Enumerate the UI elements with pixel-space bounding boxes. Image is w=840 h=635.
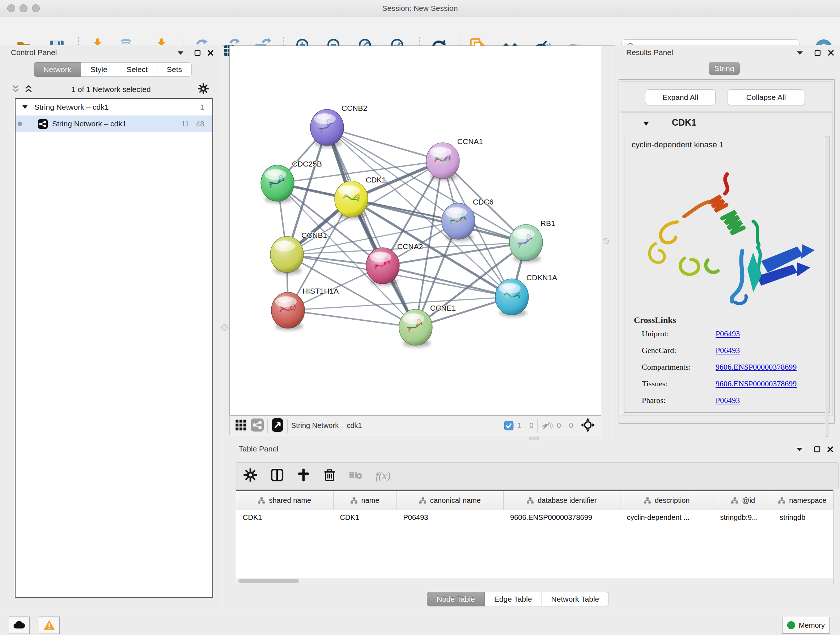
table-cell[interactable]: stringdb bbox=[773, 513, 833, 522]
node-CDKN1A[interactable] bbox=[495, 279, 529, 317]
window-title: Session: New Session bbox=[0, 4, 840, 13]
node-CCNE1[interactable] bbox=[399, 309, 432, 347]
table-options-button[interactable] bbox=[243, 468, 257, 484]
crosslink-label: Pharos: bbox=[642, 396, 666, 405]
close-panel-button[interactable] bbox=[206, 48, 215, 57]
scrollbar-thumb[interactable] bbox=[238, 579, 299, 583]
network-options-button[interactable] bbox=[197, 83, 209, 96]
fit-selected-button[interactable] bbox=[581, 418, 595, 434]
column-header-label: canonical name bbox=[430, 496, 481, 505]
crosslink-link[interactable]: P06493 bbox=[715, 346, 740, 355]
float-panel-button[interactable] bbox=[795, 48, 805, 57]
network-status-bar: String Network – cdk1 1 – 0 0 – 0 bbox=[229, 416, 601, 435]
main-toolbar: ? bbox=[0, 17, 840, 46]
memory-status-icon bbox=[787, 621, 795, 629]
splitter-handle[interactable] bbox=[529, 437, 539, 440]
birdseye-toggle-button[interactable] bbox=[235, 419, 247, 432]
column-header-shared-name[interactable]: shared name bbox=[236, 491, 333, 510]
tab-edge-table[interactable]: Edge Table bbox=[485, 592, 542, 606]
close-panel-button[interactable] bbox=[826, 48, 836, 57]
node-RB1[interactable] bbox=[509, 225, 543, 263]
cloud-button[interactable] bbox=[9, 616, 30, 634]
node-CDC25B[interactable] bbox=[261, 165, 294, 203]
node-CCNA2[interactable] bbox=[366, 248, 399, 286]
table-cell[interactable]: stringdb:9... bbox=[714, 513, 773, 522]
memory-button[interactable]: Memory bbox=[782, 617, 830, 633]
node-CDC6[interactable] bbox=[442, 203, 475, 241]
expand-all-button[interactable]: Expand All bbox=[645, 89, 715, 105]
maximize-panel-button[interactable] bbox=[813, 445, 822, 454]
table-cell[interactable]: 9606.ENSP00000378699 bbox=[504, 513, 621, 522]
table-panel-title: Table Panel bbox=[239, 445, 279, 453]
tab-style[interactable]: Style bbox=[81, 62, 117, 77]
node-table: shared namenamecanonical namedatabase id… bbox=[236, 489, 834, 584]
tab-string[interactable]: String bbox=[709, 62, 740, 75]
section-collapse-button[interactable] bbox=[643, 121, 649, 127]
column-header-namespace[interactable]: namespace bbox=[773, 491, 833, 510]
trash-icon bbox=[323, 468, 336, 482]
node-CCNA1[interactable] bbox=[426, 143, 459, 181]
network-overview-button[interactable] bbox=[251, 418, 264, 433]
crosslink-link[interactable]: P06493 bbox=[715, 396, 740, 405]
table-horizontal-scrollbar[interactable] bbox=[236, 578, 833, 584]
tab-node-table[interactable]: Node Table bbox=[427, 592, 485, 606]
column-type-icon bbox=[419, 497, 426, 504]
edge-CCNB2-CCNE1[interactable] bbox=[327, 127, 416, 327]
table-tabs: Node TableEdge TableNetwork Table bbox=[427, 592, 609, 606]
collapse-all-button[interactable]: Collapse All bbox=[727, 89, 805, 105]
table-cell[interactable]: CDK1 bbox=[236, 513, 333, 522]
crosslink-link[interactable]: P06493 bbox=[715, 329, 740, 339]
table-cell[interactable]: CDK1 bbox=[333, 513, 397, 522]
maximize-panel-button[interactable] bbox=[193, 48, 202, 57]
column-header-@id[interactable]: @id bbox=[714, 491, 773, 510]
application-window: Session: New Session bbox=[0, 0, 840, 635]
show-columns-button[interactable] bbox=[270, 468, 284, 484]
float-panel-button[interactable] bbox=[795, 445, 804, 454]
crosslink-link[interactable]: 9606.ENSP00000378699 bbox=[715, 379, 797, 388]
delete-column-button[interactable] bbox=[323, 468, 336, 483]
delete-table-icon bbox=[349, 469, 363, 481]
network-collection-row[interactable]: String Network – cdk1 1 bbox=[16, 99, 212, 116]
node-CDK1[interactable] bbox=[335, 181, 368, 219]
node-label-RB1: RB1 bbox=[540, 219, 555, 227]
warnings-button[interactable] bbox=[39, 616, 60, 634]
table-row[interactable]: CDK1CDK1P064939606.ENSP00000378699cyclin… bbox=[236, 510, 833, 525]
gene-details: cyclin-dependent kinase 1 bbox=[624, 135, 830, 413]
edge-HIST1H1A-CCNE1[interactable] bbox=[288, 310, 416, 327]
panel-resize-handle[interactable] bbox=[603, 238, 609, 244]
column-header-label: namespace bbox=[789, 496, 826, 505]
tab-network-table[interactable]: Network Table bbox=[542, 592, 609, 606]
function-builder-button[interactable]: f(x) bbox=[376, 470, 391, 482]
table-cell[interactable]: cyclin-dependent ... bbox=[621, 513, 714, 522]
tab-network[interactable]: Network bbox=[34, 62, 81, 77]
edge-CDK1-RB1[interactable] bbox=[351, 199, 526, 242]
crosslink-link[interactable]: 9606.ENSP00000378699 bbox=[715, 363, 797, 372]
create-column-button[interactable] bbox=[297, 468, 310, 483]
tab-select[interactable]: Select bbox=[117, 62, 157, 77]
node-HIST1H1A[interactable] bbox=[271, 292, 305, 330]
statusbar-separator bbox=[576, 419, 577, 432]
network-graph[interactable]: CCNB2CCNA1CDC25BCDK1CDC6RB1CCNB1CCNA2CDK… bbox=[230, 46, 601, 415]
edge-count: 48 bbox=[196, 119, 204, 128]
column-header-database-identifier[interactable]: database identifier bbox=[504, 491, 621, 510]
network-canvas[interactable]: CCNB2CCNA1CDC25BCDK1CDC6RB1CCNB1CCNA2CDK… bbox=[229, 46, 601, 416]
network-row[interactable]: String Network – cdk1 11 48 bbox=[16, 116, 212, 132]
close-panel-button[interactable] bbox=[826, 445, 835, 454]
column-header-canonical-name[interactable]: canonical name bbox=[396, 491, 504, 510]
delete-table-button[interactable] bbox=[349, 469, 363, 483]
float-panel-button[interactable] bbox=[176, 48, 185, 57]
column-header-description[interactable]: description bbox=[621, 491, 714, 510]
selected-count-checkbox[interactable]: 1 – 0 bbox=[504, 421, 533, 431]
close-icon bbox=[828, 50, 834, 56]
results-scrollbar[interactable] bbox=[825, 136, 829, 437]
edge-CCNB2-CCNA1[interactable] bbox=[327, 127, 443, 161]
table-cell[interactable]: P06493 bbox=[396, 513, 504, 522]
maximize-panel-button[interactable] bbox=[813, 48, 822, 57]
detach-view-button[interactable] bbox=[271, 418, 284, 434]
node-CCNB1[interactable] bbox=[270, 236, 303, 274]
tab-sets[interactable]: Sets bbox=[157, 62, 192, 77]
network-state-dot bbox=[18, 122, 22, 126]
plus-icon bbox=[297, 468, 310, 482]
panel-resize-handle[interactable] bbox=[221, 325, 227, 331]
column-header-name[interactable]: name bbox=[333, 491, 397, 510]
